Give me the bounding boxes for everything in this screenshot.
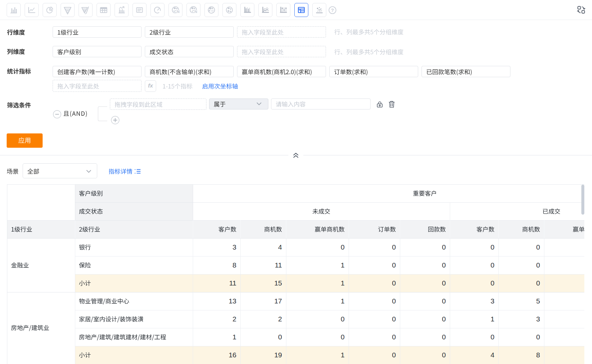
svg-text:CN: CN [192, 10, 197, 14]
svg-text:CN: CN [174, 10, 179, 14]
svg-text:?: ? [331, 8, 334, 13]
